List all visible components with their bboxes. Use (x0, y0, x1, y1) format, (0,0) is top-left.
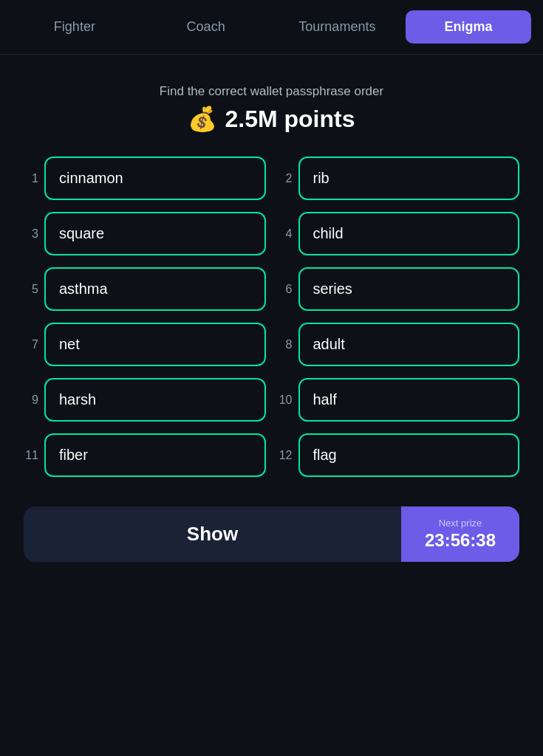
word-number-1: 1 (24, 172, 38, 185)
word-box-11[interactable]: fiber (44, 433, 266, 477)
prize-text: 2.5M points (225, 106, 355, 133)
word-number-7: 7 (24, 338, 38, 351)
words-grid: 1cinnamon2rib3square4child5asthma6series… (24, 157, 519, 477)
next-prize-panel: Next prize 23:56:38 (401, 506, 519, 562)
word-box-12[interactable]: flag (298, 433, 520, 477)
word-box-8[interactable]: adult (298, 323, 520, 366)
word-cell-11: 11fiber (24, 433, 266, 477)
next-prize-timer: 23:56:38 (425, 530, 496, 551)
word-number-6: 6 (278, 283, 293, 296)
word-number-10: 10 (278, 394, 293, 407)
next-prize-label: Next prize (439, 518, 482, 529)
word-number-5: 5 (24, 283, 38, 296)
word-number-11: 11 (24, 449, 38, 462)
divider (0, 54, 543, 55)
word-cell-8: 8adult (278, 323, 520, 366)
word-box-1[interactable]: cinnamon (44, 157, 266, 200)
show-button[interactable]: Show (24, 506, 401, 562)
word-number-3: 3 (24, 227, 38, 241)
word-cell-2: 2rib (278, 157, 520, 200)
word-cell-4: 4child (278, 212, 520, 255)
word-number-8: 8 (278, 338, 293, 351)
word-box-7[interactable]: net (44, 323, 266, 366)
tab-item-enigma[interactable]: Enigma (406, 10, 531, 44)
word-number-4: 4 (278, 227, 293, 241)
word-cell-7: 7net (24, 323, 266, 366)
word-box-4[interactable]: child (298, 212, 520, 255)
word-cell-1: 1cinnamon (24, 157, 266, 200)
word-number-9: 9 (24, 394, 38, 407)
word-box-3[interactable]: square (44, 212, 266, 255)
bottom-bar: Show Next prize 23:56:38 (24, 506, 519, 562)
word-cell-9: 9harsh (24, 378, 266, 422)
word-cell-3: 3square (24, 212, 266, 255)
word-box-9[interactable]: harsh (44, 378, 266, 422)
word-box-6[interactable]: series (298, 267, 520, 311)
word-cell-5: 5asthma (24, 267, 266, 311)
word-cell-6: 6series (278, 267, 520, 311)
prize-row: 💰 2.5M points (188, 105, 355, 133)
tab-item-coach[interactable]: Coach (143, 10, 269, 44)
tab-item-fighter[interactable]: Fighter (12, 10, 137, 44)
coin-icon: 💰 (188, 105, 217, 133)
tab-item-tournaments[interactable]: Tournaments (275, 10, 400, 44)
word-box-5[interactable]: asthma (44, 267, 266, 311)
word-cell-12: 12flag (278, 433, 520, 477)
word-number-2: 2 (278, 172, 293, 185)
word-number-12: 12 (278, 449, 293, 462)
word-cell-10: 10half (278, 378, 520, 422)
word-box-2[interactable]: rib (298, 157, 520, 200)
word-box-10[interactable]: half (298, 378, 520, 422)
tab-bar: FighterCoachTournamentsEnigma (0, 0, 543, 54)
subtitle: Find the correct wallet passphrase order (160, 84, 383, 99)
